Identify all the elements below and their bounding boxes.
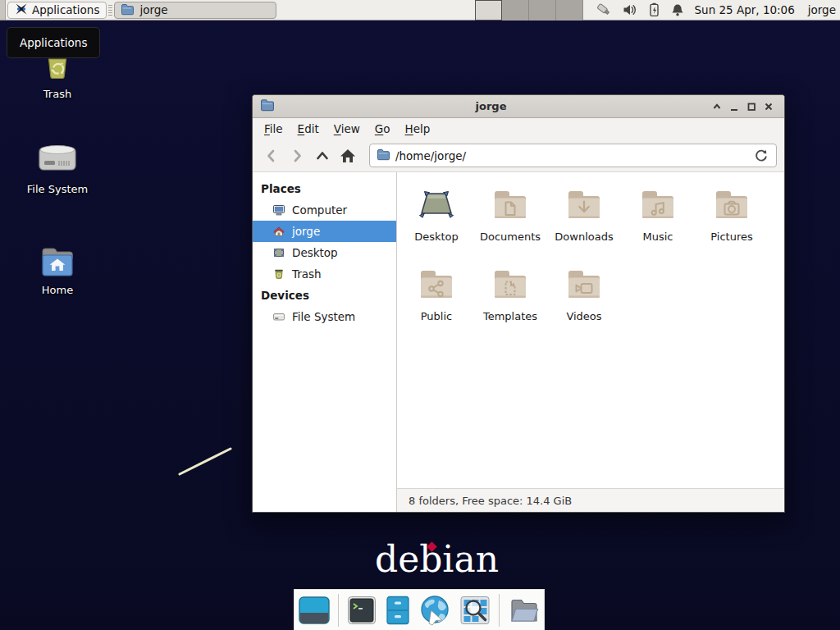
sidebar-item-jorge[interactable]: jorge	[253, 221, 396, 242]
workspace-2[interactable]	[502, 0, 529, 21]
downloads-folder-icon	[564, 185, 604, 224]
file-item-downloads[interactable]: Downloads	[548, 185, 620, 264]
sidebar-devices-header: Devices	[253, 285, 396, 306]
menu-view[interactable]: View	[326, 120, 368, 138]
sidebar-item-trash[interactable]: Trash	[253, 263, 396, 285]
file-manager-window: jorge File Edit View Go Help	[252, 94, 785, 513]
toolbar: /home/jorge/	[253, 139, 784, 172]
file-item-public[interactable]: Public	[400, 264, 472, 344]
applications-menu-icon	[15, 2, 28, 18]
desktop-icon-file-system[interactable]: File System	[18, 136, 97, 195]
applications-menu-button[interactable]: Applications	[7, 2, 107, 19]
desktop-screen: Applications jorge	[0, 0, 840, 630]
desktop-icon	[272, 246, 285, 259]
dock-file-manager[interactable]	[385, 595, 411, 626]
home-button[interactable]	[336, 144, 359, 167]
refresh-icon[interactable]	[751, 148, 769, 162]
location-bar[interactable]: /home/jorge/	[369, 144, 777, 167]
dock-web-browser[interactable]	[418, 594, 451, 627]
close-button[interactable]	[760, 98, 777, 115]
show-desktop-icon	[298, 595, 331, 626]
top-panel: Applications jorge	[0, 0, 840, 21]
window-body: Places Computer jorge	[253, 172, 784, 512]
minimize-button[interactable]	[725, 98, 742, 115]
pictures-folder-icon	[712, 185, 751, 224]
forward-button[interactable]	[285, 144, 308, 167]
menu-help[interactable]: Help	[398, 120, 438, 138]
menu-edit[interactable]: Edit	[290, 120, 326, 138]
file-item-music[interactable]: Music	[622, 185, 694, 264]
wallpaper-line-artifact	[172, 443, 238, 481]
file-item-pictures[interactable]: Pictures	[696, 185, 768, 264]
panel-username[interactable]: jorge	[808, 3, 836, 16]
sidebar-item-file-system[interactable]: File System	[253, 306, 396, 327]
dock-separator	[338, 594, 339, 627]
folder-view: Desktop Documents	[397, 172, 784, 512]
workspace-4[interactable]	[556, 0, 583, 21]
workspace-1[interactable]	[475, 0, 502, 21]
public-folder-icon	[417, 264, 456, 304]
dock-application-finder[interactable]	[459, 595, 491, 626]
maximize-button[interactable]	[742, 98, 760, 115]
dock-show-desktop[interactable]	[298, 595, 331, 626]
desktop-icon-label: File System	[18, 183, 97, 195]
sidebar: Places Computer jorge	[253, 172, 397, 512]
window-titlebar[interactable]: jorge	[253, 95, 784, 118]
taskbar-window-label: jorge	[139, 3, 167, 16]
home-folder-icon	[18, 242, 97, 280]
workspace-switcher	[475, 0, 583, 21]
window-title: jorge	[274, 100, 708, 112]
status-bar: 8 folders, Free space: 14.4 GiB	[397, 488, 784, 512]
dock-terminal[interactable]	[346, 595, 377, 626]
path-text: /home/jorge/	[395, 149, 466, 162]
notifications-bell-icon[interactable]	[671, 3, 684, 17]
sidebar-item-computer[interactable]: Computer	[253, 199, 396, 221]
battery-icon[interactable]	[648, 2, 660, 17]
home-icon	[272, 225, 285, 238]
application-finder-icon	[459, 595, 491, 626]
dock-open-folder[interactable]	[507, 595, 541, 626]
dock-separator	[499, 594, 500, 627]
desktop-pad-icon	[417, 185, 456, 224]
taskbar-window-button[interactable]: jorge	[114, 2, 276, 19]
computer-icon	[272, 203, 285, 217]
web-browser-globe-icon	[418, 594, 451, 627]
task-folder-icon	[121, 2, 134, 18]
hard-drive-icon	[18, 136, 97, 179]
videos-folder-icon	[564, 264, 604, 304]
removable-media-icon[interactable]	[596, 2, 612, 17]
panel-grip[interactable]	[108, 5, 112, 16]
open-folder-icon	[507, 595, 541, 626]
file-cabinet-icon	[385, 595, 411, 626]
menu-go[interactable]: Go	[368, 120, 398, 138]
sidebar-places-header: Places	[253, 178, 396, 199]
music-folder-icon	[638, 185, 678, 224]
panel-clock[interactable]: Sun 25 Apr, 10:06	[695, 3, 795, 16]
window-folder-icon	[260, 98, 274, 115]
up-button[interactable]	[311, 144, 334, 167]
applications-tooltip: Applications	[7, 27, 100, 58]
desktop-icon-home[interactable]: Home	[18, 242, 97, 296]
trash-icon	[272, 267, 285, 281]
terminal-icon	[346, 595, 377, 626]
shade-button[interactable]	[708, 98, 725, 115]
file-item-templates[interactable]: Templates	[474, 264, 546, 344]
menu-file[interactable]: File	[257, 120, 290, 138]
file-grid: Desktop Documents	[397, 172, 784, 488]
path-folder-icon	[377, 148, 390, 163]
desktop-icon-label: Trash	[18, 88, 97, 100]
file-item-documents[interactable]: Documents	[474, 185, 546, 264]
panel-handle[interactable]	[0, 0, 6, 20]
documents-folder-icon	[491, 185, 530, 224]
templates-folder-icon	[491, 264, 530, 304]
sidebar-item-desktop[interactable]: Desktop	[253, 242, 396, 263]
file-item-videos[interactable]: Videos	[548, 264, 620, 344]
volume-icon[interactable]	[623, 3, 637, 16]
file-item-desktop[interactable]: Desktop	[400, 185, 472, 264]
debian-wallpaper-logo: debian	[375, 540, 499, 579]
dock	[294, 589, 545, 630]
applications-menu-label: Applications	[32, 3, 99, 16]
workspace-3[interactable]	[529, 0, 556, 21]
desktop-icon-label: Home	[18, 284, 97, 296]
back-button[interactable]	[260, 144, 283, 167]
